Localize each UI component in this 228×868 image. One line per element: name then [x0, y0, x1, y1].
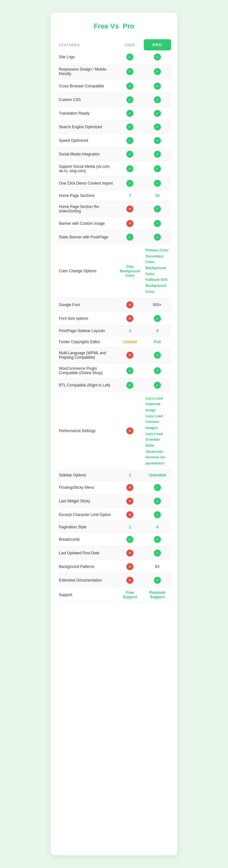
feature-cell: Site Logo — [57, 50, 116, 64]
free-cell: Limited — [116, 336, 143, 347]
free-cell: ✓ — [116, 177, 143, 190]
table-row: Last Widget Sticky✕✓ — [57, 494, 171, 508]
pro-cell: ✓ — [144, 161, 171, 177]
table-row: Excerpt Character Limit Option✕✓ — [57, 508, 171, 521]
feature-cell: Footer Copyrights Editor — [57, 336, 116, 347]
feature-cell: Performance Settings — [57, 392, 116, 469]
table-row: Footer Copyrights EditorLimitedFull — [57, 336, 171, 347]
feature-cell: Cross Browser Compatible — [57, 80, 116, 93]
pro-cell: ✓ — [144, 347, 171, 363]
table-header: FEATURES FREE PRO — [57, 39, 171, 50]
check-icon: ✓ — [154, 498, 161, 504]
page-title: Free Vs Pro — [57, 22, 171, 30]
check-icon: ✓ — [154, 220, 161, 227]
free-cell: ✓ — [116, 363, 143, 378]
table-row: Google Font✕650+ — [57, 298, 171, 311]
table-row: Breadcrumb✓✓ — [57, 532, 171, 546]
free-cell: ✓ — [116, 161, 143, 177]
feature-cell: WooCommerce Plugin Compatible (Online Sh… — [57, 363, 116, 378]
check-icon: ✓ — [126, 83, 133, 90]
check-icon: ✓ — [154, 536, 161, 543]
pro-cell: ✓ — [144, 64, 171, 80]
pro-cell: Premium Support — [144, 587, 171, 602]
comparison-table: FEATURES FREE PRO Site Logo✓✓Responsive … — [57, 39, 171, 603]
table-row: RTL Compatible (Right to Left)✓✓ — [57, 378, 171, 392]
check-icon: ✓ — [154, 315, 161, 322]
pro-cell: ✓ — [144, 217, 171, 230]
table-row: Home Page Sections715 — [57, 190, 171, 201]
check-icon: ✓ — [154, 206, 161, 212]
check-icon: ✓ — [154, 367, 161, 374]
free-cell: ✓ — [116, 120, 143, 134]
table-row: Site Logo✓✓ — [57, 50, 171, 64]
feature-cell: Background Patterns — [57, 560, 116, 573]
free-cell: ✕ — [116, 392, 143, 469]
check-icon: ✓ — [154, 234, 161, 241]
check-icon: ✓ — [126, 68, 133, 75]
feature-cell: Search Engine Optimized — [57, 120, 116, 134]
feature-cell: Pagination Style — [57, 521, 116, 532]
cross-icon: ✕ — [126, 563, 133, 570]
table-row: Static Banner with Post/Page✓✓ — [57, 230, 171, 244]
cross-icon: ✕ — [126, 427, 133, 434]
feature-cell: Custom CSS — [57, 93, 116, 107]
check-icon: ✓ — [154, 352, 161, 359]
cross-icon: ✕ — [126, 484, 133, 491]
free-cell: ✕ — [116, 311, 143, 325]
check-icon: ✓ — [126, 382, 133, 389]
check-icon: ✓ — [154, 511, 161, 518]
table-row: Responsive Design / Mobile-friendly✓✓ — [57, 64, 171, 80]
table-row: Font Size options✕✓ — [57, 311, 171, 325]
check-icon: ✓ — [126, 137, 133, 144]
pro-cell: ✓ — [144, 546, 171, 560]
pro-header: PRO — [144, 39, 171, 50]
free-cell: 7 — [116, 190, 143, 201]
check-icon: ✓ — [154, 550, 161, 557]
pro-cell: ✓ — [144, 480, 171, 494]
feature-cell: Multi-Language (WPML and Polylang Compat… — [57, 347, 116, 363]
cross-icon: ✕ — [126, 315, 133, 322]
feature-cell: Home Page Sections — [57, 190, 116, 201]
feature-cell: Google Font — [57, 298, 116, 311]
free-cell: ✕ — [116, 494, 143, 508]
feature-cell: Breadcrumb — [57, 532, 116, 546]
table-row: Pagination Style14 — [57, 521, 171, 532]
table-row: Performance Settings✕Lazy Load Featured … — [57, 392, 171, 469]
pro-cell: ✓ — [144, 80, 171, 93]
free-cell: ✓ — [116, 532, 143, 546]
check-icon: ✓ — [154, 180, 161, 187]
cross-icon: ✕ — [126, 577, 133, 584]
pro-cell: Lazy Load Featured ImageLazy Load Conten… — [144, 392, 171, 469]
pro-cell: ✓ — [144, 311, 171, 325]
check-icon: ✓ — [126, 367, 133, 374]
check-icon: ✓ — [154, 165, 161, 172]
pro-cell: ✓ — [144, 378, 171, 392]
feature-cell: Post/Page Sidebar Layouts — [57, 325, 116, 336]
check-icon: ✓ — [126, 151, 133, 158]
table-row: WooCommerce Plugin Compatible (Online Sh… — [57, 363, 171, 378]
free-cell: ✕ — [116, 298, 143, 311]
comparison-card: Free Vs Pro FEATURES FREE PRO Site Logo✓… — [51, 13, 177, 855]
feature-cell: Extensive Documentation — [57, 573, 116, 587]
check-icon: ✓ — [126, 123, 133, 130]
cross-icon: ✕ — [126, 301, 133, 308]
cross-icon: ✕ — [126, 220, 133, 227]
table-row: Post/Page Sidebar Layouts14 — [57, 325, 171, 336]
pro-cell: 63 — [144, 560, 171, 573]
table-row: Speed Optimized✓✓ — [57, 134, 171, 148]
table-row: Floating/Sticky Menu✕✓ — [57, 480, 171, 494]
cross-icon: ✕ — [126, 206, 133, 212]
feature-cell: Support — [57, 587, 116, 602]
pro-cell: ✓ — [144, 50, 171, 64]
free-cell: ✓ — [116, 134, 143, 148]
table-row: Extensive Documentation✕✓ — [57, 573, 171, 587]
check-icon: ✓ — [154, 54, 161, 60]
feature-cell: Speed Optimized — [57, 134, 116, 148]
cross-icon: ✕ — [126, 550, 133, 557]
free-cell: ✓ — [116, 378, 143, 392]
check-icon: ✓ — [126, 54, 133, 60]
pro-cell: ✓ — [144, 508, 171, 521]
feature-cell: Font Size options — [57, 311, 116, 325]
table-row: Background Patterns✕63 — [57, 560, 171, 573]
features-header: FEATURES — [57, 39, 116, 50]
